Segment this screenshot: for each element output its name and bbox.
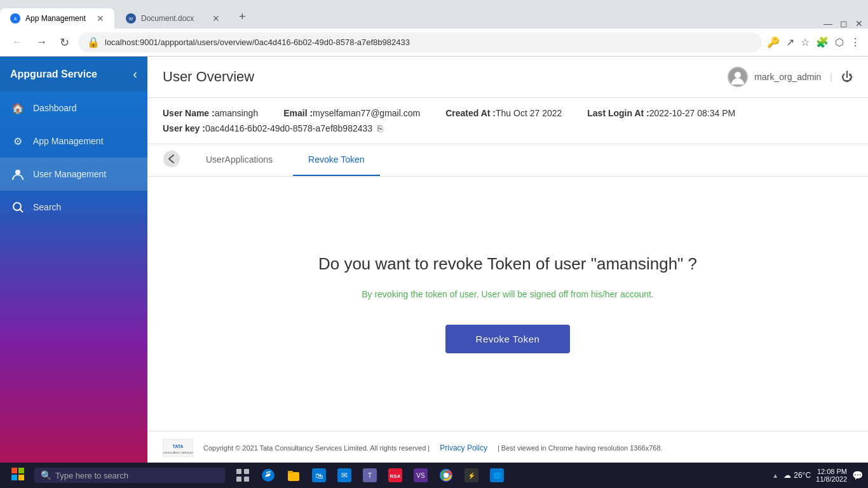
tab-close-1[interactable]: ✕: [97, 13, 104, 24]
address-bar[interactable]: 🔒 localhost:9001/appportal/users/overvie…: [78, 32, 762, 52]
svg-text:A: A: [14, 17, 17, 21]
footer-privacy-link[interactable]: Privacy Policy: [440, 444, 487, 452]
taskbar-search-box[interactable]: 🔍 Type here to search: [34, 468, 225, 483]
app-management-icon: ⚙: [10, 133, 25, 149]
sidebar-header: Appgurad Service ‹: [0, 57, 147, 92]
sidebar-item-search[interactable]: Search: [0, 191, 147, 224]
last-login-value: 2022-10-27 08:34 PM: [649, 108, 735, 118]
sidebar-app-management-label: App Management: [33, 136, 104, 146]
sidebar-user-management-label: User Management: [33, 169, 106, 179]
power-icon[interactable]: ⏻: [841, 71, 853, 84]
svg-rect-14: [18, 468, 24, 473]
tab-user-applications[interactable]: UserApplications: [191, 144, 288, 176]
taskbar-app-extra2[interactable]: 🌐: [485, 464, 508, 487]
taskbar-right: ▲ ☁ 26°C 12:08 PM 11/8/2022 💬: [772, 468, 863, 483]
taskbar-notification-icon[interactable]: 💬: [852, 470, 863, 480]
star-icon[interactable]: ☆: [801, 36, 810, 48]
footer: TATA CONSULTANCY SERVICES Copyright © 20…: [147, 431, 868, 464]
dashboard-icon: 🏠: [10, 100, 25, 116]
svg-rect-16: [18, 475, 24, 480]
svg-text:🛍: 🛍: [315, 471, 323, 480]
tabs-bar: UserApplications Revoke Token: [147, 144, 868, 177]
sidebar-search-label: Search: [33, 202, 61, 212]
created-label: Created At :: [445, 108, 496, 118]
created-detail: Created At : Thu Oct 27 2022: [445, 108, 562, 118]
svg-point-35: [444, 473, 449, 478]
sidebar-title: Appgurad Service: [10, 69, 97, 80]
username-detail: User Name : amansingh: [163, 108, 258, 118]
userkey-label: User key :: [163, 123, 205, 133]
taskbar-app-store[interactable]: 🛍: [308, 464, 330, 487]
profile-icon[interactable]: ⬡: [835, 36, 844, 48]
taskbar-app-extra1[interactable]: ⚡: [460, 464, 483, 487]
username-label: User Name :: [163, 108, 215, 118]
tab-title-2: Document.docx: [141, 14, 207, 23]
taskbar: 🔍 Type here to search: [0, 463, 868, 488]
share-icon[interactable]: ↗: [786, 36, 794, 48]
revoke-token-button[interactable]: Revoke Token: [445, 325, 571, 353]
taskbar-app-mail[interactable]: ✉: [333, 464, 356, 487]
sidebar: Appgurad Service ‹ 🏠 Dashboard ⚙ App Man…: [0, 57, 147, 464]
tab-close-2[interactable]: ✕: [212, 13, 220, 24]
back-nav-button[interactable]: ←: [8, 33, 27, 51]
browser-toolbar: ← → ↻ 🔒 localhost:9001/appportal/users/o…: [0, 29, 868, 57]
footer-logo: TATA CONSULTANCY SERVICES: [163, 439, 193, 457]
taskbar-app-edge[interactable]: [257, 464, 280, 487]
sidebar-item-user-management[interactable]: User Management: [0, 158, 147, 191]
svg-rect-19: [236, 477, 241, 482]
taskbar-chevron-icon[interactable]: ▲: [772, 472, 778, 479]
search-icon: [10, 200, 25, 215]
taskbar-app-teams[interactable]: T: [358, 464, 381, 487]
start-button[interactable]: [5, 464, 31, 487]
last-login-label: Last Login At :: [587, 108, 649, 118]
taskbar-app-taskview[interactable]: [231, 464, 254, 487]
weather-temp: 26°C: [794, 471, 811, 480]
taskbar-app-vs[interactable]: VS: [409, 464, 432, 487]
svg-rect-18: [244, 469, 249, 474]
menu-icon[interactable]: ⋮: [850, 36, 860, 48]
extension-icon[interactable]: 🧩: [816, 36, 829, 48]
taskbar-app-rsa[interactable]: RSA: [384, 464, 407, 487]
svg-text:T: T: [368, 472, 372, 479]
browser-tab-1[interactable]: A App Management ✕: [0, 8, 114, 29]
created-value: Thu Oct 27 2022: [496, 108, 562, 118]
svg-text:⚡: ⚡: [468, 471, 476, 480]
avatar: [728, 67, 748, 87]
svg-text:W: W: [129, 17, 133, 21]
footer-copyright: Copyright © 2021 Tata Consultancy Servic…: [203, 444, 430, 452]
userkey-value: 0ac4d416-6b02-49d0-8578-a7ef8b982433: [205, 123, 372, 133]
taskbar-app-explorer[interactable]: [282, 464, 305, 487]
browser-tab-2[interactable]: W Document.docx ✕: [116, 8, 230, 29]
forward-nav-button[interactable]: →: [32, 33, 51, 51]
key-icon[interactable]: 🔑: [767, 36, 780, 48]
copy-icon[interactable]: ⎘: [377, 123, 383, 133]
refresh-button[interactable]: ↻: [56, 33, 73, 52]
sidebar-item-dashboard[interactable]: 🏠 Dashboard: [0, 92, 147, 125]
taskbar-search-icon: 🔍: [41, 470, 51, 480]
tab-revoke-token[interactable]: Revoke Token: [293, 144, 379, 176]
username-value: amansingh: [215, 108, 259, 118]
back-button[interactable]: [163, 150, 180, 171]
tab-title-1: App Management: [25, 14, 92, 23]
svg-text:TATA: TATA: [172, 444, 183, 449]
lock-icon: 🔒: [87, 36, 100, 48]
minimize-icon[interactable]: —: [824, 18, 832, 29]
restore-icon[interactable]: ◻: [840, 18, 848, 29]
taskbar-apps: 🛍 ✉ T RSA VS: [231, 464, 508, 487]
email-detail: Email : myselfaman77@gmail.com: [283, 108, 420, 118]
svg-rect-17: [236, 469, 241, 474]
svg-point-5: [13, 203, 21, 210]
browser-tabs-bar: A App Management ✕ W Document.docx ✕ + —…: [0, 0, 868, 29]
close-icon[interactable]: ✕: [855, 18, 863, 29]
taskbar-clock: 12:08 PM 11/8/2022: [816, 468, 847, 483]
new-tab-button[interactable]: +: [231, 5, 254, 29]
taskbar-app-chrome[interactable]: [435, 464, 458, 487]
sidebar-item-app-management[interactable]: ⚙ App Management: [0, 125, 147, 158]
svg-rect-23: [288, 471, 293, 473]
svg-point-8: [735, 72, 741, 78]
footer-best-viewed: | Best viewed in Chrome having resolutio…: [498, 444, 663, 452]
revoke-title: Do you want to revoke Token of user "ama…: [318, 254, 697, 274]
svg-line-6: [20, 210, 24, 213]
sidebar-toggle-icon[interactable]: ‹: [133, 67, 137, 81]
svg-text:🌐: 🌐: [493, 471, 501, 480]
